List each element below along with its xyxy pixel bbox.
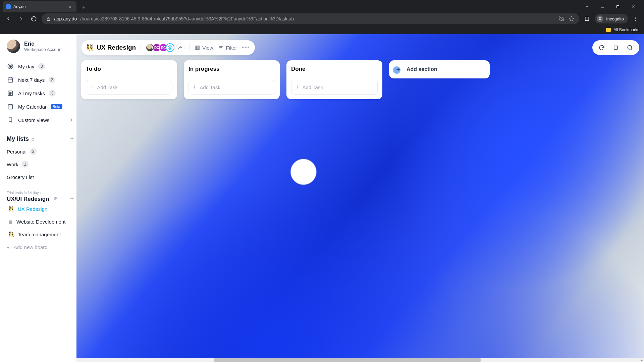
board-members[interactable]: DC EC (146, 43, 184, 52)
add-task-label: Add Task (97, 84, 118, 90)
svg-point-32 (179, 46, 181, 48)
trial-text: Trial ends in 14 days (7, 191, 74, 195)
add-section-label: Add section (407, 66, 437, 72)
list-work[interactable]: Work 1 (7, 158, 74, 171)
plus-icon: + (90, 84, 94, 91)
back-button[interactable] (3, 14, 13, 24)
add-list-button[interactable]: + (70, 135, 74, 142)
view-button[interactable]: View (194, 45, 213, 51)
nav-next-7-days[interactable]: Next 7 days 2 (7, 73, 74, 86)
sync-button[interactable] (596, 42, 608, 54)
window-controls (579, 1, 641, 12)
bookmark-icon (7, 116, 14, 124)
list-grocery[interactable]: Grocery List (7, 171, 74, 183)
calendar-alt-icon (7, 103, 14, 110)
star-icon[interactable] (569, 16, 575, 22)
lock-icon (46, 17, 51, 21)
count-badge: 2 (30, 148, 37, 155)
close-tab-icon[interactable]: ✕ (67, 4, 73, 10)
more-icon[interactable]: ⋮ (61, 196, 65, 202)
chrome-menu-button[interactable] (631, 14, 641, 24)
url-host: app.any.do (54, 16, 77, 21)
divider (189, 44, 190, 52)
member-avatar-smile[interactable] (166, 43, 174, 52)
tabs-row: Any.do ✕ + (0, 0, 644, 12)
board-toolbar: 👯 UX Redesign DC EC View (81, 40, 255, 55)
list-personal[interactable]: Personal 2 (7, 145, 74, 158)
add-task-button[interactable]: + Add Task (291, 80, 378, 95)
count-badge: 2 (49, 76, 55, 83)
add-task-button[interactable]: + Add Task (189, 80, 275, 95)
target-icon (7, 63, 14, 70)
svg-marker-6 (569, 16, 574, 21)
board-team-management[interactable]: 👯 Team management (7, 228, 74, 241)
eye-off-icon[interactable] (558, 16, 565, 22)
svg-rect-4 (47, 18, 50, 20)
extensions-icon[interactable] (582, 14, 592, 24)
svg-point-12 (635, 20, 636, 21)
search-button[interactable] (624, 42, 636, 54)
svg-point-29 (168, 46, 172, 50)
divider (141, 44, 141, 52)
bookmarks-folder-icon (606, 28, 611, 32)
add-task-button[interactable]: + Add Task (86, 80, 172, 95)
url-path: /boards/cc289708-8196-45f9-86d4-d4caf75d… (80, 16, 294, 21)
nav-label: All my tasks (18, 90, 45, 96)
nav-all-my-tasks[interactable]: All my tasks 3 (7, 86, 74, 100)
chevron-right-icon (68, 117, 74, 123)
svg-point-42 (628, 45, 632, 49)
add-board-label: Add new board (14, 244, 48, 250)
filter-button[interactable]: Filter (218, 45, 237, 51)
scroll-thumb[interactable] (214, 358, 481, 362)
add-new-board-button[interactable]: + Add new board (7, 241, 74, 253)
incognito-badge[interactable]: Incognito (595, 14, 628, 23)
people-icon[interactable] (53, 196, 58, 202)
column-in-progress[interactable]: In progress + Add Task (184, 60, 280, 99)
board-more-button[interactable]: ••• (242, 44, 250, 51)
addr-right-icons (558, 16, 575, 22)
board-label: Website Development (16, 219, 65, 225)
new-tab-button[interactable]: + (79, 3, 89, 12)
forward-button[interactable] (16, 14, 26, 24)
plus-icon: + (296, 84, 299, 91)
maximize-button[interactable] (612, 2, 623, 11)
tab-dropdown-icon[interactable] (582, 2, 592, 11)
plus-icon: + (7, 244, 10, 250)
browser-tab[interactable]: Any.do ✕ (3, 1, 76, 12)
column-todo[interactable]: To do + Add Task (81, 60, 177, 99)
board-title[interactable]: 👯 UX Redesign (86, 44, 136, 52)
nav-label: My Calendar (18, 104, 47, 110)
beta-badge: Beta (51, 104, 62, 109)
column-title: Done (291, 66, 378, 72)
board-label: UX Redesign (18, 206, 47, 212)
nav-custom-views[interactable]: Custom views (7, 113, 74, 127)
svg-point-9 (600, 18, 602, 20)
svg-rect-26 (32, 139, 34, 140)
address-bar[interactable]: app.any.do/boards/cc289708-8196-45f9-86d… (42, 13, 579, 24)
svg-rect-35 (195, 46, 196, 50)
fullscreen-button[interactable] (610, 42, 622, 54)
reload-button[interactable] (29, 14, 39, 24)
calendar-icon (7, 76, 14, 83)
add-workspace-board-button[interactable]: + (70, 195, 74, 202)
app-root: Eric Workspace Account My day 3 Next 7 d… (0, 34, 644, 362)
user-profile[interactable]: Eric Workspace Account (7, 40, 74, 53)
add-member-button[interactable] (176, 43, 184, 52)
nav-my-calendar[interactable]: My Calendar Beta (7, 100, 74, 113)
all-bookmarks-link[interactable]: All Bookmarks (613, 27, 639, 32)
address-row: app.any.do/boards/cc289708-8196-45f9-86d… (0, 12, 644, 25)
horizontal-scrollbar[interactable]: ◀ ▶ (0, 358, 644, 362)
minimize-button[interactable] (597, 2, 608, 11)
scroll-right-arrow[interactable]: ▶ (639, 358, 644, 362)
list-label: Personal (7, 149, 26, 155)
board-website-dev[interactable]: ⫼ Website Development (7, 215, 74, 228)
column-done[interactable]: Done + Add Task (286, 60, 382, 99)
add-section-button[interactable]: + Add section (389, 60, 490, 78)
scroll-track[interactable] (5, 358, 639, 362)
workspace-heading[interactable]: UX/UI Redesign ⋮ + (7, 195, 74, 202)
svg-rect-41 (614, 46, 618, 50)
close-window-button[interactable] (628, 2, 639, 11)
board-ux-redesign[interactable]: 👯 UX Redesign (7, 202, 74, 215)
svg-point-8 (599, 18, 600, 20)
nav-my-day[interactable]: My day 3 (7, 60, 74, 73)
